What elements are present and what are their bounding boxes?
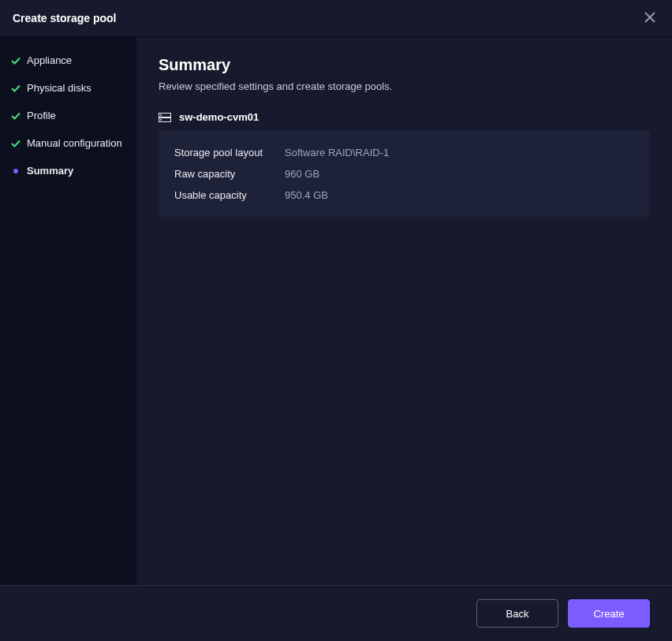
check-icon	[11, 111, 21, 121]
sidebar-item-profile[interactable]: Profile	[0, 102, 136, 129]
check-icon	[11, 84, 21, 93]
detail-label: Usable capacity	[174, 189, 285, 201]
page-title: Summary	[159, 56, 650, 74]
detail-row-usable-capacity: Usable capacity 950.4 GB	[174, 184, 634, 206]
sidebar-item-label: Manual configuration	[27, 137, 122, 149]
sidebar-item-label: Physical disks	[27, 82, 91, 94]
detail-label: Storage pool layout	[174, 147, 285, 158]
detail-label: Raw capacity	[174, 168, 285, 180]
sidebar-item-appliance[interactable]: Appliance	[0, 47, 136, 74]
sidebar-item-label: Appliance	[27, 54, 72, 66]
modal-footer: Back Create	[0, 585, 672, 641]
back-button[interactable]: Back	[476, 599, 558, 628]
sidebar-item-physical-disks[interactable]: Physical disks	[0, 74, 136, 102]
check-icon	[11, 139, 21, 148]
server-icon	[159, 113, 171, 122]
create-storage-pool-modal: Create storage pool Appliance	[0, 0, 672, 641]
sidebar-item-summary[interactable]: Summary	[0, 157, 136, 184]
device-name: sw-demo-cvm01	[179, 111, 259, 123]
create-button[interactable]: Create	[568, 599, 650, 628]
sidebar-item-label: Summary	[27, 165, 73, 177]
detail-row-layout: Storage pool layout Software RAID\RAID-1	[174, 142, 634, 163]
svg-point-5	[160, 119, 161, 120]
modal-header: Create storage pool	[0, 0, 672, 37]
sidebar-item-manual-configuration[interactable]: Manual configuration	[0, 129, 136, 157]
main-content: Summary Review specified settings and cr…	[136, 37, 672, 585]
page-subtitle: Review specified settings and create sto…	[159, 80, 650, 92]
svg-point-4	[160, 114, 161, 115]
sidebar-item-label: Profile	[27, 110, 56, 121]
active-dot-icon	[11, 166, 21, 176]
device-row: sw-demo-cvm01	[159, 111, 650, 123]
wizard-sidebar: Appliance Physical disks Profile Manual …	[0, 37, 136, 585]
details-panel: Storage pool layout Software RAID\RAID-1…	[159, 131, 650, 217]
modal-title: Create storage pool	[13, 12, 116, 24]
detail-value: Software RAID\RAID-1	[285, 147, 389, 158]
detail-value: 960 GB	[285, 168, 319, 180]
detail-row-raw-capacity: Raw capacity 960 GB	[174, 163, 634, 184]
modal-body: Appliance Physical disks Profile Manual …	[0, 37, 672, 585]
detail-value: 950.4 GB	[285, 189, 328, 201]
check-icon	[11, 56, 21, 65]
close-button[interactable]	[640, 9, 659, 28]
close-icon	[644, 12, 655, 25]
